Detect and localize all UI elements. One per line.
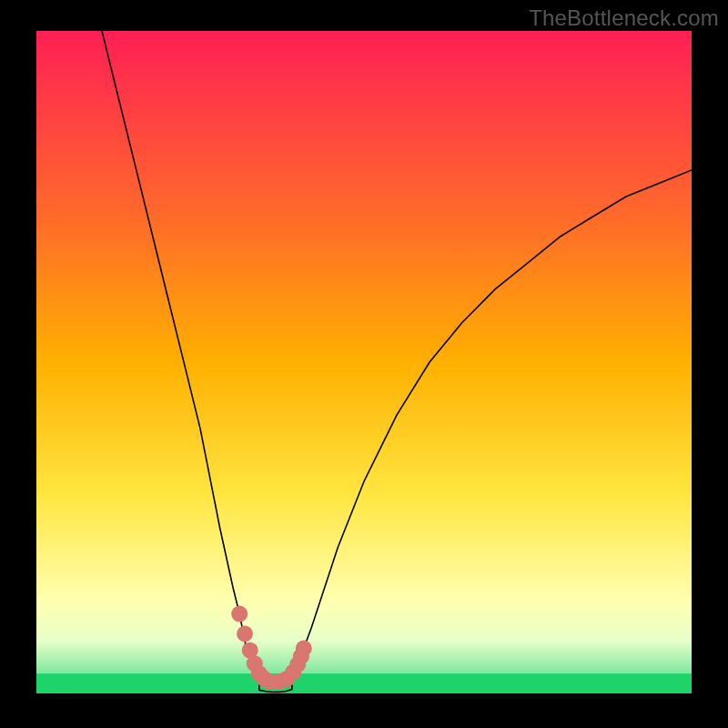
marker-dot xyxy=(296,641,312,657)
plot-area xyxy=(36,31,692,693)
watermark-text: TheBottleneck.com xyxy=(529,5,719,31)
plot-svg xyxy=(36,31,692,693)
gradient-background xyxy=(36,31,692,693)
marker-dot xyxy=(231,606,248,622)
green-band xyxy=(36,673,692,693)
marker-dot xyxy=(237,626,253,642)
chart-stage: TheBottleneck.com xyxy=(0,0,728,728)
